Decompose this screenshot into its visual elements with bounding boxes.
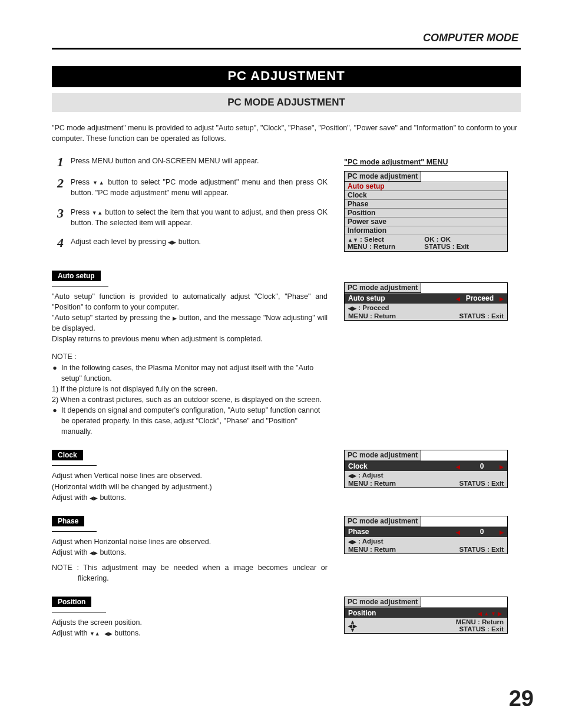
- triangle-up-icon: [348, 236, 353, 243]
- body-text: "Auto setup" function is provided to aut…: [52, 291, 328, 312]
- step-text: Press MENU button and ON-SCREEN MENU wil…: [71, 156, 328, 166]
- triangle-right-icon: [500, 462, 504, 470]
- osd-main-menu: PC mode adjustment Auto setup Clock Phas…: [344, 171, 508, 252]
- text-fragment: button to select the item that you want …: [71, 208, 328, 227]
- triangle-down-icon: [353, 236, 358, 243]
- osd-item: Clock: [345, 191, 507, 200]
- step-number: 1: [52, 156, 64, 169]
- text-fragment: Auto setup: [348, 294, 385, 302]
- triangle-left-icon: [90, 493, 94, 502]
- triangle-right-icon: [108, 629, 113, 637]
- text-fragment: STATUS : Exit: [459, 312, 504, 319]
- text-fragment: Position: [348, 609, 376, 617]
- text-fragment: 2) When a contrast pictures, such as an …: [60, 394, 328, 405]
- text-fragment: Adjust with: [52, 548, 90, 556]
- osd-position: PC mode adjustment Position MENU : Retur…: [344, 597, 508, 634]
- menu-caption: "PC mode adjustment" MENU: [344, 158, 521, 166]
- osd-hint-row: : Adjust: [345, 537, 507, 545]
- triangle-down-icon: [90, 629, 95, 637]
- text-fragment: Press: [71, 208, 92, 216]
- subtitle-bar: PC MODE ADJUSTMENT: [52, 93, 521, 112]
- text-fragment: MENU : Return: [348, 480, 396, 487]
- triangle-right-icon: [352, 304, 356, 311]
- osd-hint-row: : Proceed: [345, 304, 507, 312]
- text-fragment: STATUS : Exit: [456, 625, 504, 633]
- triangle-right-icon: [94, 493, 98, 502]
- text-fragment: : Adjust: [356, 472, 384, 479]
- triangle-left-icon: [478, 609, 484, 617]
- arrow-row: [478, 609, 504, 617]
- triangle-down-icon: [92, 178, 99, 186]
- step-text: Adjust each level by pressing button.: [71, 236, 328, 247]
- text-fragment: STATUS : Exit: [424, 243, 504, 250]
- bullet-icon: ●: [52, 363, 58, 384]
- step-number: 3: [52, 207, 64, 220]
- body-text: Display returns to previous menu when ad…: [52, 334, 328, 344]
- step-text: Press button to select the item that you…: [71, 207, 328, 228]
- body-text: Adjust with buttons.: [52, 628, 328, 638]
- body-text: Adjust with buttons.: [52, 492, 328, 503]
- osd-footer-row: MENU : Return STATUS : Exit: [345, 312, 507, 320]
- step-4: 4 Adjust each level by pressing button.: [52, 236, 328, 249]
- body-text: Adjust with buttons.: [52, 547, 328, 558]
- osd-footer-row: MENU : Return STATUS : Exit: [345, 545, 507, 554]
- step-1: 1 Press MENU button and ON-SCREEN MENU w…: [52, 156, 328, 169]
- text-fragment: Proceed: [466, 294, 494, 302]
- osd-item: Position: [345, 209, 507, 218]
- step-number: 4: [52, 236, 64, 249]
- text-fragment: Press: [71, 178, 92, 186]
- osd-clock: PC mode adjustment Clock 0 : Adjust MENU…: [344, 450, 508, 488]
- osd-title: PC mode adjustment: [345, 597, 421, 607]
- step-number: 2: [52, 177, 64, 190]
- triangle-left-icon: [456, 528, 460, 536]
- step-3: 3 Press button to select the item that y…: [52, 207, 328, 228]
- triangle-down-icon: [491, 609, 498, 617]
- triangle-left-icon: [90, 548, 94, 556]
- triangle-left-icon: [348, 304, 352, 311]
- section-heading-phase: Phase: [52, 516, 84, 526]
- text-fragment: : Select: [358, 236, 384, 243]
- triangle-right-icon: [500, 528, 504, 536]
- section-heading-clock: Clock: [52, 450, 83, 460]
- triangle-left-icon: [348, 538, 352, 545]
- osd-active-row: Auto setup Proceed: [345, 294, 507, 304]
- osd-footer-row: MENU : Return STATUS : Exit: [345, 618, 507, 633]
- triangle-right-icon: [94, 548, 98, 556]
- osd-footer: : Select OK : OK MENU : Return STATUS : …: [345, 235, 507, 251]
- note-label: NOTE :: [52, 351, 328, 362]
- note-block: NOTE : ●In the following cases, the Plas…: [52, 351, 328, 437]
- text-fragment: In the following cases, the Plasma Monit…: [61, 363, 328, 384]
- text-fragment: Clock: [348, 462, 368, 470]
- title-bar: PC ADJUSTMENT: [52, 66, 521, 87]
- osd-item: Phase: [345, 200, 507, 209]
- text-fragment: Adjust with: [52, 493, 90, 502]
- text-fragment: Phase: [348, 528, 369, 536]
- osd-active-row: Position: [345, 608, 507, 618]
- arrow-cluster-icon: [348, 618, 357, 633]
- text-fragment: Adjust with: [52, 629, 90, 637]
- text-fragment: STATUS : Exit: [459, 480, 504, 487]
- triangle-right-icon: [352, 472, 356, 479]
- text-fragment: : Adjust: [356, 538, 384, 545]
- body-text: Adjust when Horizontal noise lines are o…: [52, 536, 328, 547]
- page-number: 29: [509, 686, 534, 711]
- osd-title: PC mode adjustment: [345, 516, 421, 526]
- page-header: COMPUTER MODE: [52, 32, 521, 44]
- section-heading-autosetup: Auto setup: [52, 271, 101, 281]
- osd-value: 0: [480, 462, 484, 470]
- osd-item: Information: [345, 226, 507, 235]
- text-fragment: MENU : Return: [456, 618, 504, 625]
- text-fragment: buttons.: [113, 629, 141, 637]
- text-fragment: 1) If the picture is not displayed fully…: [52, 384, 328, 394]
- body-text: Adjusts the screen position.: [52, 617, 328, 628]
- text-fragment: OK : OK: [424, 236, 504, 243]
- body-text: (Horizontal width will be changed by adj…: [52, 482, 328, 492]
- text-fragment: buttons.: [98, 548, 126, 556]
- triangle-down-icon: [92, 208, 97, 216]
- triangle-up-icon: [95, 629, 100, 637]
- text-fragment: MENU : Return: [348, 312, 396, 319]
- osd-item: Power save: [345, 218, 507, 226]
- osd-footer-row: MENU : Return STATUS : Exit: [345, 479, 507, 487]
- osd-title: PC mode adjustment: [345, 450, 421, 460]
- step-text: Press button to select "PC mode adjustme…: [71, 177, 328, 198]
